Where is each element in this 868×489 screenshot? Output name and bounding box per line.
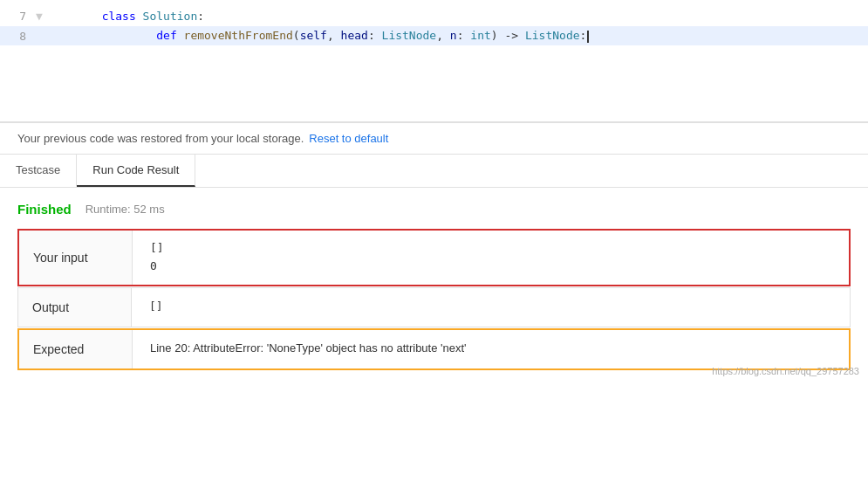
reset-to-default-link[interactable]: Reset to default xyxy=(309,132,388,145)
expected-label: Expected xyxy=(19,330,133,368)
text-cursor xyxy=(587,31,589,43)
notification-message: Your previous code was restored from you… xyxy=(17,132,304,145)
your-input-value: [] 0 xyxy=(133,231,181,285)
code-line-8: 8 def removeNthFromEnd(self, head: ListN… xyxy=(0,26,868,45)
tab-run-code-result[interactable]: Run Code Result xyxy=(77,155,195,187)
keyword-def: def xyxy=(156,29,183,42)
output-value-line-1: [] xyxy=(149,298,163,316)
watermark: https://blog.csdn.net/qq_29757283 xyxy=(712,366,859,376)
colon-head: : xyxy=(368,29,382,42)
line-dot-7: ▼ xyxy=(35,7,44,26)
indent-8 xyxy=(102,29,157,42)
your-input-label: Your input xyxy=(19,231,133,285)
comma-2: , xyxy=(436,29,450,42)
output-label: Output xyxy=(18,288,132,327)
comma-1: , xyxy=(327,29,341,42)
code-editor: 7 ▼ class Solution: 8 def removeNthFromE… xyxy=(0,0,868,122)
output-row: Output [] xyxy=(17,287,851,327)
expected-value-line-1: Line 20: AttributeError: 'NoneType' obje… xyxy=(150,340,467,358)
paren-open: ( xyxy=(293,29,300,42)
your-input-value-line-2: 0 xyxy=(150,258,157,276)
type-int: int xyxy=(470,29,490,42)
tabs-bar: Testcase Run Code Result xyxy=(0,155,868,188)
type-listnode-head: ListNode xyxy=(382,29,437,42)
your-input-row: Your input [] 0 xyxy=(17,229,851,286)
notification-bar: Your previous code was restored from you… xyxy=(0,122,868,155)
expected-row: Expected Line 20: AttributeError: 'NoneT… xyxy=(17,328,851,370)
status-finished: Finished xyxy=(17,202,72,217)
tab-testcase[interactable]: Testcase xyxy=(0,155,77,187)
param-n: n xyxy=(450,29,457,42)
param-self: self xyxy=(300,29,327,42)
line-number-8: 8 xyxy=(0,30,35,43)
line-content-8: def removeNthFromEnd(self, head: ListNod… xyxy=(44,16,589,56)
type-listnode-return: ListNode xyxy=(525,29,580,42)
func-name: removeNthFromEnd xyxy=(184,29,293,42)
line-number-7: 7 xyxy=(0,7,35,26)
results-area: Finished Runtime: 52 ms Your input [] 0 … xyxy=(0,188,868,383)
your-input-value-line-1: [] xyxy=(150,239,164,258)
code-lines: 7 ▼ class Solution: 8 def removeNthFromE… xyxy=(0,0,868,52)
colon-n: : xyxy=(457,29,471,42)
runtime-text: Runtime: 52 ms xyxy=(85,203,165,216)
paren-close: ) -> xyxy=(491,29,525,42)
expected-value: Line 20: AttributeError: 'NoneType' obje… xyxy=(133,330,484,368)
output-value: [] xyxy=(132,288,181,327)
status-row: Finished Runtime: 52 ms xyxy=(17,202,851,217)
colon-8: : xyxy=(580,29,587,42)
param-head: head xyxy=(341,29,368,42)
